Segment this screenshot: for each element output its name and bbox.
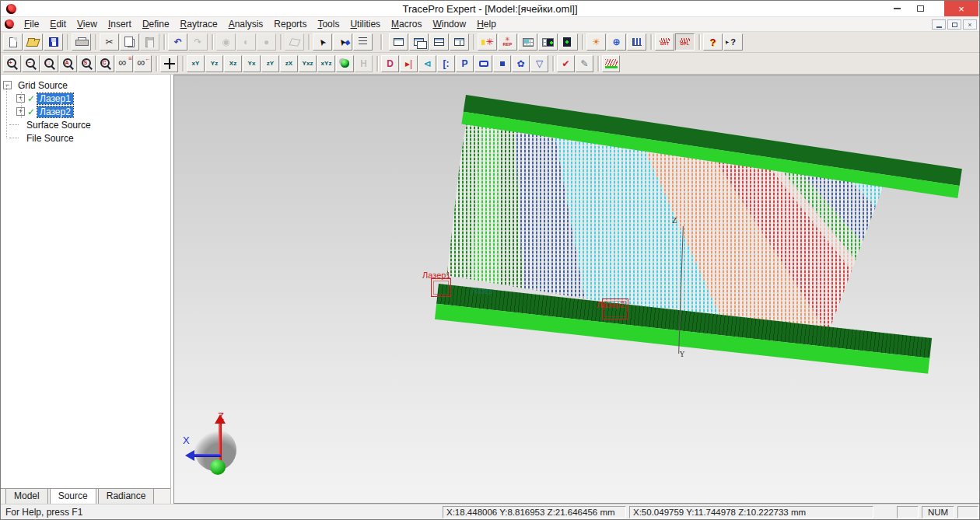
laser2-source-outline[interactable] xyxy=(602,298,628,319)
simulation-dpl-button[interactable]: DPL xyxy=(675,33,695,51)
tile-vertical-button[interactable] xyxy=(450,33,469,51)
tree-item-label: File Source xyxy=(24,133,76,144)
select-rays-button[interactable]: ➤ xyxy=(333,33,352,51)
menu-item[interactable]: Tools xyxy=(312,17,345,31)
simulation-srt-button[interactable]: SRT xyxy=(655,33,674,51)
tree-item-4[interactable]: File Source xyxy=(3,131,170,145)
view-iso-1-button[interactable]: Yxz xyxy=(299,55,317,72)
toolbar-separator xyxy=(380,34,382,50)
menu-item[interactable]: Define xyxy=(137,17,175,31)
restore-button[interactable] xyxy=(909,1,931,16)
save-button[interactable] xyxy=(44,33,63,51)
polar-candela-button[interactable]: ⊕ xyxy=(607,33,626,51)
view-toolbar: +−□ASC≡←xYYzXzYxzYzXYxzxYzHD▸|⊲[:P✿▽✔✎ xyxy=(1,53,979,75)
apply-check-button[interactable]: ✔ xyxy=(557,55,575,72)
source-enabled-check-icon[interactable]: ✓ xyxy=(27,93,35,104)
tree-guide-line xyxy=(6,86,7,138)
view-yz-button[interactable]: Yz xyxy=(205,55,223,72)
model-viewport[interactable]: Лазер Лазер1 Лазер2 Z Y Z X xyxy=(173,75,979,504)
tab-radiance[interactable]: Radiance xyxy=(98,489,155,504)
help-button[interactable]: ? xyxy=(703,33,723,51)
menu-item[interactable]: Reports xyxy=(268,17,312,31)
menu-item[interactable]: Insert xyxy=(103,17,137,31)
trace-rays-rep-button[interactable]: REP xyxy=(498,33,517,51)
tree-item-1[interactable]: +✓Лазер1 xyxy=(16,92,170,105)
view-yx-button[interactable]: Yx xyxy=(243,55,261,72)
candela-plot-button[interactable] xyxy=(627,33,646,51)
tree-item-3[interactable]: Surface Source xyxy=(3,118,170,131)
cascade-windows-button[interactable] xyxy=(409,33,429,51)
zoom-selection-button[interactable]: S xyxy=(78,55,96,72)
zoom-out-button[interactable]: − xyxy=(22,55,40,72)
zoom-window-button[interactable]: □ xyxy=(40,55,58,72)
view-iso-2-button[interactable]: xYz xyxy=(317,55,335,72)
menu-item[interactable]: Analysis xyxy=(223,17,269,31)
menu-item[interactable]: Window xyxy=(427,17,471,31)
edit-surface-icon xyxy=(289,38,300,47)
orbit-button[interactable] xyxy=(336,55,354,72)
view-zx-button[interactable]: zX xyxy=(280,55,298,72)
menu-item[interactable]: Help xyxy=(471,17,502,31)
ray-flag-button[interactable]: ⊲ xyxy=(418,55,436,72)
candela-options-button[interactable] xyxy=(558,33,578,51)
menu-item[interactable]: View xyxy=(72,17,103,31)
menu-item[interactable]: Utilities xyxy=(345,17,386,31)
measure-button[interactable]: ✎ xyxy=(576,55,593,72)
ray-endpoints-button[interactable]: ▸| xyxy=(400,55,418,72)
view-xy-button[interactable]: xY xyxy=(187,55,205,72)
laser1-source-outline[interactable] xyxy=(431,278,451,297)
view-profiles-button[interactable]: ≡ xyxy=(115,55,133,72)
menu-item[interactable]: Macros xyxy=(386,17,427,31)
copy-button[interactable] xyxy=(120,33,139,51)
tab-source[interactable]: Source xyxy=(50,489,96,504)
zoom-previous-button[interactable]: C xyxy=(96,55,114,72)
irradiance-options-icon xyxy=(523,38,534,47)
view-previous-button[interactable]: ← xyxy=(134,55,152,72)
mdi-close-button[interactable]: × xyxy=(963,19,977,30)
menu-item[interactable]: Raytrace xyxy=(175,17,223,31)
mdi-minimize-button[interactable] xyxy=(932,19,946,30)
select-button[interactable]: ➤ xyxy=(313,33,332,51)
source-viewer-button[interactable]: ☀ xyxy=(586,33,606,51)
undo-button[interactable]: ↶ xyxy=(168,33,187,51)
tree-item-0[interactable]: −Grid Source xyxy=(3,79,170,92)
view-xz-button[interactable]: Xz xyxy=(224,55,242,72)
zoom-all-button[interactable]: A xyxy=(59,55,77,72)
document-system-icon[interactable] xyxy=(5,19,14,29)
menu-item[interactable]: File xyxy=(19,17,44,31)
mdi-restore-button[interactable] xyxy=(947,19,961,30)
hidden-line-icon: H xyxy=(360,59,367,68)
ray-style-button[interactable]: D xyxy=(381,55,399,72)
trace-rays-button[interactable] xyxy=(478,33,497,51)
cut-button[interactable]: ✂ xyxy=(100,33,119,51)
close-button[interactable]: × xyxy=(944,1,978,16)
bounding-box-button[interactable] xyxy=(474,55,492,72)
analysis-rays-button[interactable] xyxy=(602,55,620,72)
tree-connector xyxy=(9,138,19,138)
new-button[interactable] xyxy=(3,33,23,51)
print-button[interactable] xyxy=(72,33,91,51)
object-notes-button[interactable] xyxy=(353,33,373,51)
ray-segments-button[interactable]: [: xyxy=(437,55,455,72)
status-spacer xyxy=(957,506,978,518)
zoom-in-button[interactable]: + xyxy=(3,55,21,72)
pan-button[interactable] xyxy=(160,55,178,72)
point-marker-button[interactable] xyxy=(493,55,511,72)
open-button[interactable] xyxy=(23,33,43,51)
minimize-button[interactable] xyxy=(886,1,908,16)
ray-paths-button[interactable]: P xyxy=(456,55,474,72)
irradiance-map-button[interactable] xyxy=(538,33,558,51)
new-window-button[interactable] xyxy=(389,33,408,51)
menu-item[interactable]: Edit xyxy=(44,17,72,31)
collapse-icon[interactable]: − xyxy=(3,81,12,89)
source-enabled-check-icon[interactable]: ✓ xyxy=(27,106,35,117)
tree-item-2[interactable]: +✓Лазер2 xyxy=(16,105,170,118)
tab-model[interactable]: Model xyxy=(5,489,48,504)
view-zy-button[interactable]: zY xyxy=(261,55,279,72)
aperture-display-button[interactable]: ✿ xyxy=(512,55,530,72)
context-help-button[interactable]: ? xyxy=(723,33,743,51)
irradiance-options-button[interactable] xyxy=(518,33,537,51)
tile-horizontal-button[interactable] xyxy=(429,33,449,51)
ray-filter-button[interactable]: ▽ xyxy=(530,55,548,72)
zoom-out-icon: − xyxy=(25,58,37,69)
